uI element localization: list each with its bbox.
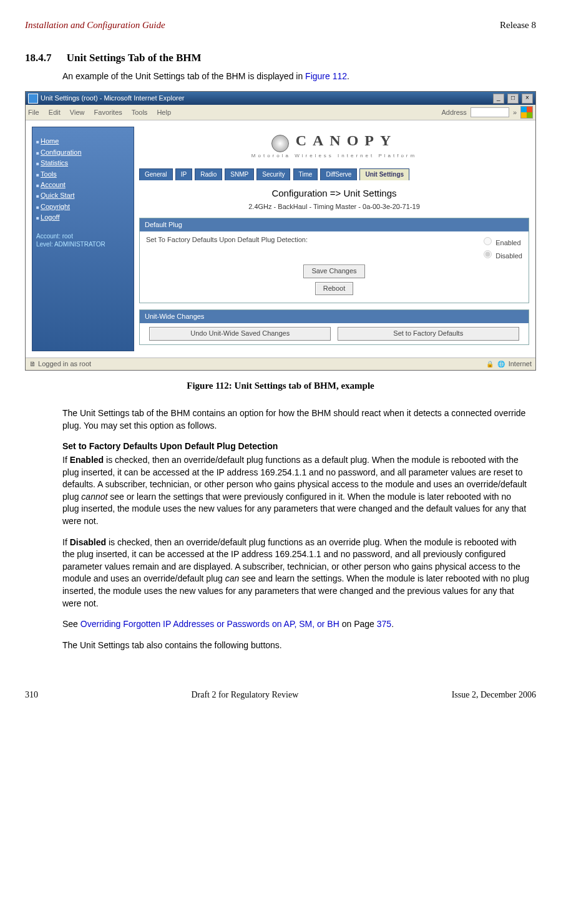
paragraph-overview: The Unit Settings tab of the BHM contain… [62,407,530,432]
ie-titlebar: Unit Settings (root) - Microsoft Interne… [26,92,535,105]
figure-link[interactable]: Figure 112 [305,71,347,81]
sidebar-item-statistics[interactable]: Statistics [36,158,130,168]
unit-wide-panel: Unit-Wide Changes Undo Unit-Wide Saved C… [139,309,529,345]
maximize-icon[interactable]: □ [507,94,519,104]
ie-window: Unit Settings (root) - Microsoft Interne… [25,91,536,371]
sidebar-item-home[interactable]: Home [36,136,130,147]
paragraph-buttons: The Unit Settings tab also contains the … [62,640,530,652]
subheading-factory-defaults: Set to Factory Defaults Upon Default Plu… [62,440,530,453]
ie-app-icon [28,94,38,104]
tab-diffserve[interactable]: DiffServe [320,168,357,180]
menu-favorites[interactable]: Favorites [94,109,122,116]
canopy-logo: CANOPY [296,132,398,148]
header-right: Release 8 [500,19,536,32]
paragraph-enabled: If Enabled is checked, then an override/… [62,454,530,528]
tab-snmp[interactable]: SNMP [225,168,254,180]
ie-title: Unit Settings (root) - Microsoft Interne… [41,94,184,103]
status-right: Internet [509,359,532,369]
menu-tools[interactable]: Tools [132,109,148,116]
sidebar-item-configuration[interactable]: Configuration [36,147,130,158]
internet-zone-icon [497,359,505,369]
menu-view[interactable]: View [70,109,85,116]
intro-paragraph: An example of the Unit Settings tab of t… [62,71,530,83]
paragraph-see-also: See Overriding Forgotten IP Addresses or… [62,618,530,631]
sidebar-item-copyright[interactable]: Copyright [36,202,130,212]
figure-caption: Figure 112: Unit Settings tab of BHM, ex… [25,379,536,392]
save-changes-button[interactable]: Save Changes [303,265,364,278]
config-device-info: 2.4GHz - BackHaul - Timing Master - 0a-0… [139,202,529,212]
tab-unit-settings[interactable]: Unit Settings [359,168,409,180]
setting-label: Set To Factory Defaults Upon Default Plu… [146,235,468,245]
logo-subtitle: Motorola Wireless Internet Platform [139,152,529,159]
reboot-button[interactable]: Reboot [315,282,353,295]
menu-file[interactable]: File [28,109,39,116]
tab-radio[interactable]: Radio [195,168,222,180]
address-input[interactable] [471,107,509,117]
tab-time[interactable]: Time [293,168,318,180]
page-header: Installation and Configuration Guide Rel… [25,19,536,32]
status-left: 🗎 Logged in as root [29,359,91,369]
section-heading: 18.4.7 Unit Settings Tab of the BHM [25,51,536,66]
main-area: CANOPY Motorola Wireless Internet Platfo… [139,127,529,351]
ie-statusbar: 🗎 Logged in as root Internet [26,357,535,370]
default-plug-panel: Default Plug Set To Factory Defaults Upo… [139,218,529,303]
lock-icon [486,359,494,369]
menu-edit[interactable]: Edit [49,109,61,116]
undo-changes-button[interactable]: Undo Unit-Wide Saved Changes [149,327,331,340]
header-left: Installation and Configuration Guide [25,19,165,32]
tab-security[interactable]: Security [256,168,290,180]
windows-logo-icon [520,106,533,119]
config-tabs: General IP Radio SNMP Security Time Diff… [139,168,529,180]
address-label: Address [442,108,467,117]
factory-defaults-button[interactable]: Set to Factory Defaults [338,327,519,340]
account-info: Account: root Level: ADMINISTRATOR [36,232,130,248]
section-title: Unit Settings Tab of the BHM [67,52,202,64]
nav-sidebar: Home Configuration Statistics Tools Acco… [32,127,134,351]
go-button[interactable]: » [513,108,517,117]
tab-general[interactable]: General [139,168,173,180]
override-link[interactable]: Overriding Forgotten IP Addresses or Pas… [80,619,339,629]
sidebar-item-logoff[interactable]: Logoff [36,212,130,223]
close-icon[interactable]: × [522,94,533,104]
tab-ip[interactable]: IP [175,168,192,180]
sidebar-item-tools[interactable]: Tools [36,169,130,180]
panel-header-default-plug: Default Plug [140,218,529,231]
footer-page: 310 [25,689,38,701]
menu-help[interactable]: Help [157,109,171,116]
sidebar-item-account[interactable]: Account [36,180,130,190]
paragraph-disabled: If Disabled is checked, then an override… [62,537,530,610]
section-number: 18.4.7 [25,52,52,64]
footer-right: Issue 2, December 2006 [452,689,536,701]
window-buttons[interactable]: _ □ × [492,93,533,104]
motorola-logo-icon [271,135,289,152]
panel-header-unit-wide: Unit-Wide Changes [140,310,529,323]
minimize-icon[interactable]: _ [493,94,504,104]
sidebar-item-quickstart[interactable]: Quick Start [36,190,130,201]
ie-menubar: File Edit View Favorites Tools Help Addr… [26,105,535,120]
page-link[interactable]: 375 [377,619,391,629]
radio-enabled[interactable]: Enabled [481,235,522,248]
page-footer: 310 Draft 2 for Regulatory Review Issue … [25,689,536,701]
radio-disabled[interactable]: Disabled [481,248,522,261]
footer-mid: Draft 2 for Regulatory Review [191,689,298,701]
config-page-title: Configuration => Unit Settings [139,187,529,200]
